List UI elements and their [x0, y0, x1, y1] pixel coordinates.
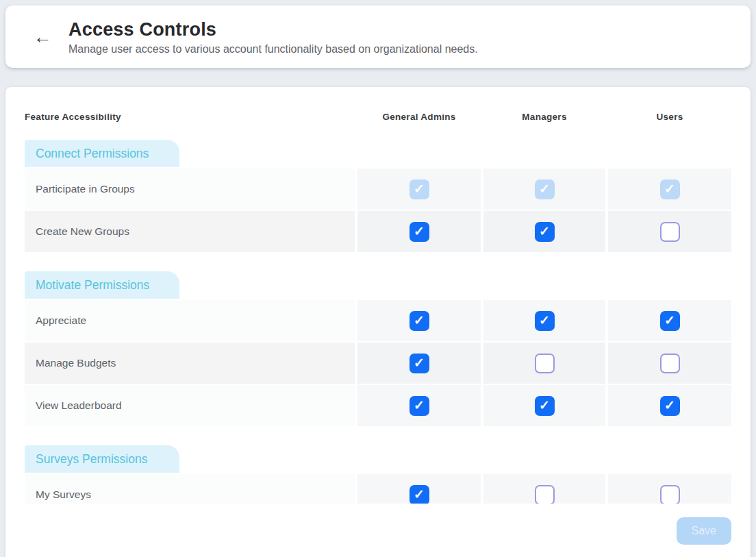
checkbox-managers[interactable]: ✓ [535, 222, 555, 242]
column-header-general-admins: General Admins [357, 112, 481, 122]
checkbox-cell-general-admins: ✓ [357, 385, 481, 426]
check-icon: ✓ [539, 399, 550, 412]
permissions-table: Feature Accessibility General Admins Man… [5, 87, 751, 504]
checkbox-cell-managers: ✓ [483, 300, 605, 341]
save-button[interactable]: Save [677, 517, 731, 545]
checkbox-managers[interactable] [535, 354, 555, 373]
checkbox-managers[interactable]: ✓ [535, 311, 555, 331]
check-icon: ✓ [414, 314, 425, 327]
check-icon: ✓ [414, 356, 425, 369]
checkbox-users[interactable] [660, 222, 680, 242]
checkbox-users[interactable] [660, 354, 680, 373]
checkbox-cell-general-admins: ✓ [357, 474, 481, 504]
back-arrow-icon: ← [34, 27, 52, 47]
check-icon: ✓ [414, 225, 425, 238]
checkbox-cell-users [608, 474, 731, 504]
check-icon: ✓ [414, 488, 425, 501]
checkbox-managers: ✓ [535, 180, 555, 199]
checkbox-cell-general-admins: ✓ [357, 169, 481, 210]
feature-label: Manage Budgets [25, 343, 355, 384]
feature-label: My Surveys [25, 474, 355, 504]
checkbox-cell-general-admins: ✓ [357, 343, 481, 384]
check-icon: ✓ [414, 399, 425, 412]
feature-label: Create New Groups [25, 211, 355, 252]
section-title-badge: Surveys Permissions [25, 445, 179, 473]
checkbox-cell-users [608, 343, 731, 384]
permissions-table-body: Connect PermissionsParticipate in Groups… [25, 140, 731, 504]
check-icon: ✓ [539, 182, 550, 195]
feature-label: View Leaderboard [25, 385, 355, 426]
checkbox-users[interactable] [660, 485, 680, 504]
column-header-users: Users [608, 112, 731, 122]
section-connect-permissions: Connect PermissionsParticipate in Groups… [25, 140, 731, 252]
checkbox-general-admins[interactable]: ✓ [410, 485, 429, 504]
table-footer: Save [5, 504, 751, 545]
permission-row-view-leaderboard: View Leaderboard✓✓✓ [25, 385, 731, 426]
checkbox-users[interactable]: ✓ [660, 396, 680, 416]
checkbox-cell-users: ✓ [608, 300, 731, 341]
title-wrap: Access Controls Manage user access to va… [68, 18, 478, 55]
checkbox-cell-managers: ✓ [483, 211, 605, 252]
checkbox-cell-managers: ✓ [483, 385, 605, 426]
check-icon: ✓ [664, 182, 675, 195]
checkbox-cell-general-admins: ✓ [357, 211, 481, 252]
check-icon: ✓ [539, 225, 550, 238]
checkbox-cell-managers [483, 343, 605, 384]
header-card: ← Access Controls Manage user access to … [5, 5, 751, 68]
page-title: Access Controls [68, 18, 478, 41]
check-icon: ✓ [539, 314, 550, 327]
permission-row-appreciate: Appreciate✓✓✓ [25, 300, 731, 341]
checkbox-cell-managers: ✓ [483, 169, 605, 210]
check-icon: ✓ [414, 182, 425, 195]
permission-row-create-new-groups: Create New Groups✓✓ [25, 211, 731, 252]
checkbox-general-admins: ✓ [410, 180, 429, 199]
feature-label: Appreciate [25, 300, 355, 341]
checkbox-managers[interactable]: ✓ [535, 396, 555, 416]
column-header-feature-accessibility: Feature Accessibility [25, 112, 355, 122]
permission-row-my-surveys: My Surveys✓ [25, 474, 731, 504]
permission-row-participate-in-groups: Participate in Groups✓✓✓ [25, 169, 731, 210]
checkbox-general-admins[interactable]: ✓ [410, 396, 429, 416]
column-header-row: Feature Accessibility General Admins Man… [25, 106, 731, 127]
check-icon: ✓ [664, 314, 675, 327]
permission-row-manage-budgets: Manage Budgets✓ [25, 343, 731, 384]
section-motivate-permissions: Motivate PermissionsAppreciate✓✓✓Manage … [25, 271, 731, 426]
section-title-badge: Motivate Permissions [25, 271, 179, 299]
page-subtitle: Manage user access to various account fu… [68, 43, 478, 55]
section-surveys-permissions: Surveys PermissionsMy Surveys✓ [25, 445, 731, 504]
back-button[interactable]: ← [29, 23, 56, 51]
checkbox-users[interactable]: ✓ [660, 311, 680, 331]
checkbox-general-admins[interactable]: ✓ [410, 354, 429, 373]
checkbox-cell-users: ✓ [608, 169, 731, 210]
access-table-card: Feature Accessibility General Admins Man… [5, 87, 751, 557]
checkbox-cell-general-admins: ✓ [357, 300, 481, 341]
checkbox-cell-users [608, 211, 731, 252]
feature-label: Participate in Groups [25, 169, 355, 210]
checkbox-cell-managers [483, 474, 605, 504]
checkbox-general-admins[interactable]: ✓ [410, 311, 429, 331]
section-title-badge: Connect Permissions [25, 140, 179, 167]
column-header-managers: Managers [483, 112, 605, 122]
checkbox-users: ✓ [660, 180, 680, 199]
checkbox-cell-users: ✓ [608, 385, 731, 426]
checkbox-general-admins[interactable]: ✓ [410, 222, 429, 242]
check-icon: ✓ [664, 399, 675, 412]
checkbox-managers[interactable] [535, 485, 555, 504]
